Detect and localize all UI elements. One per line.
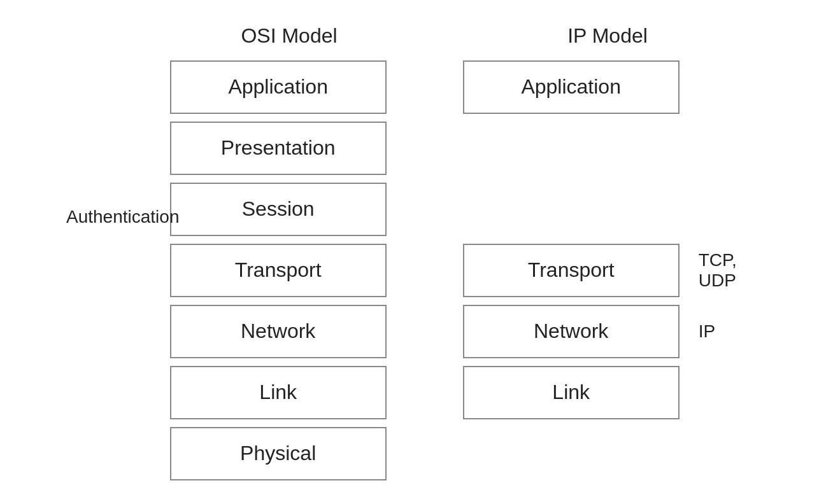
osi-layer-link: Link bbox=[170, 366, 387, 419]
osi-column: Application Presentation Session Transpo… bbox=[170, 60, 387, 480]
right-label-tcp-udp: TCP, UDP bbox=[692, 244, 767, 297]
diagram-container: OSI Model IP Model Authentication Applic… bbox=[66, 24, 767, 480]
osi-layer-physical: Physical bbox=[170, 427, 387, 480]
authentication-label: Authentication bbox=[66, 207, 179, 227]
osi-layer-presentation: Presentation bbox=[170, 122, 387, 175]
osi-layer-network: Network bbox=[170, 305, 387, 358]
ip-layer-network: Network bbox=[463, 305, 680, 358]
ip-layer-transport: Transport bbox=[463, 244, 680, 297]
osi-layer-transport: Transport bbox=[170, 244, 387, 297]
ip-layer-link: Link bbox=[463, 366, 680, 419]
right-spacer-link bbox=[692, 366, 767, 419]
ip-column: Application Transport Network Link bbox=[463, 60, 680, 480]
right-spacer-application bbox=[692, 60, 767, 114]
right-labels: TCP, UDP IP bbox=[692, 60, 767, 480]
osi-model-header: OSI Model bbox=[168, 24, 410, 48]
osi-layer-application: Application bbox=[170, 60, 387, 114]
columns-header: OSI Model IP Model bbox=[66, 24, 767, 48]
right-spacer-session bbox=[692, 183, 767, 236]
ip-layer-application: Application bbox=[463, 60, 680, 114]
right-label-ip: IP bbox=[692, 305, 767, 358]
rows-area: Authentication Application Presentation … bbox=[66, 60, 767, 480]
osi-layer-session: Session bbox=[170, 183, 387, 236]
ip-model-header: IP Model bbox=[487, 24, 729, 48]
right-spacer-physical bbox=[692, 427, 767, 480]
right-spacer-presentation bbox=[692, 122, 767, 175]
